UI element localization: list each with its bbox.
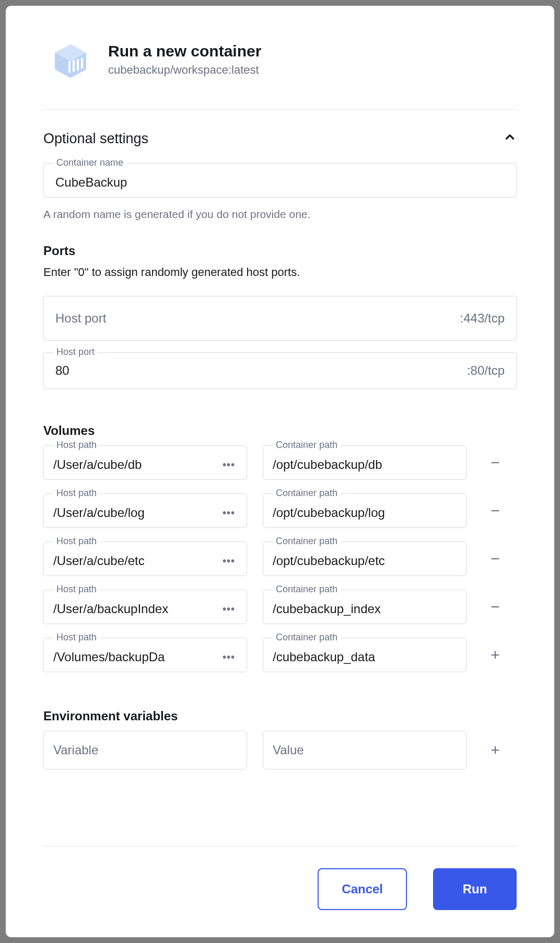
port-row: Host port :80/tcp [43,352,517,389]
svg-rect-2 [68,61,71,73]
remove-volume-button[interactable]: − [482,599,508,615]
container-path-input[interactable] [273,457,457,472]
volume-row: Host path ••• Container path + [43,638,517,672]
run-container-dialog: Run a new container cubebackup/workspace… [6,6,554,937]
container-path-field[interactable]: Container path [263,590,466,624]
host-path-input[interactable] [53,602,216,616]
container-path-field[interactable]: Container path [263,445,466,480]
container-path-label: Container path [273,440,341,451]
remove-volume-button[interactable]: − [482,455,508,470]
container-path-field[interactable]: Container path [263,542,466,576]
svg-rect-5 [81,58,83,68]
svg-rect-4 [77,59,79,71]
container-path-input[interactable] [273,650,457,664]
host-path-label: Host path [53,488,100,499]
container-path-label: Container path [273,488,341,499]
host-path-field[interactable]: Host path ••• [43,590,247,624]
host-path-label: Host path [53,536,100,547]
env-value-input[interactable] [273,743,457,757]
ports-title: Ports [43,244,517,258]
optional-settings-header[interactable]: Optional settings [43,130,517,147]
env-vars-title: Environment variables [43,709,517,723]
container-name-field[interactable]: Container name [43,163,517,198]
volume-row: Host path ••• Container path − [43,590,517,624]
host-path-field[interactable]: Host path ••• [43,638,247,672]
port-suffix: :443/tcp [460,311,505,326]
container-path-input[interactable] [273,505,457,520]
container-path-label: Container path [273,632,341,643]
cancel-button[interactable]: Cancel [318,868,407,910]
add-env-button[interactable]: + [482,742,508,758]
env-row: + [43,731,517,769]
host-path-label: Host path [53,584,100,595]
dialog-title: Run a new container [108,42,261,60]
host-path-input[interactable] [53,554,216,568]
add-volume-button[interactable]: + [482,647,508,663]
container-name-help: A random name is generated if you do not… [43,208,517,221]
dialog-header: Run a new container cubebackup/workspace… [43,42,517,110]
container-path-label: Container path [273,584,341,595]
env-variable-input[interactable] [53,743,237,757]
port-suffix: :80/tcp [467,363,505,378]
ports-help: Enter "0" to assign randomly generated h… [43,266,517,279]
host-port-label: Host port [53,347,98,358]
image-name: cubebackup/workspace:latest [108,63,261,77]
container-name-label: Container name [53,157,126,168]
host-port-field[interactable]: :443/tcp [43,296,517,341]
volumes-title: Volumes [43,423,517,438]
env-value-field[interactable] [263,731,466,769]
browse-icon[interactable]: ••• [220,651,237,663]
volume-row: Host path ••• Container path − [43,445,517,480]
host-path-input[interactable] [53,505,216,520]
browse-icon[interactable]: ••• [220,603,237,615]
run-button[interactable]: Run [433,868,517,910]
volume-row: Host path ••• Container path − [43,493,517,528]
volume-row: Host path ••• Container path − [43,542,517,576]
host-port-field[interactable]: Host port :80/tcp [43,352,517,389]
env-variable-field[interactable] [43,731,247,769]
host-path-field[interactable]: Host path ••• [43,493,247,528]
container-path-field[interactable]: Container path [263,493,466,528]
host-port-input[interactable] [55,363,467,378]
container-path-field[interactable]: Container path [263,638,466,672]
optional-settings-title: Optional settings [43,131,148,147]
chevron-up-icon[interactable] [503,130,517,147]
host-path-input[interactable] [53,650,216,664]
remove-volume-button[interactable]: − [482,551,508,567]
browse-icon[interactable]: ••• [220,555,237,567]
container-path-input[interactable] [273,554,457,568]
container-icon [52,42,89,80]
host-port-input[interactable] [55,311,460,326]
host-path-input[interactable] [53,457,216,472]
container-name-input[interactable] [55,175,505,190]
dialog-footer: Cancel Run [43,846,517,910]
remove-volume-button[interactable]: − [482,503,508,519]
container-path-input[interactable] [273,602,457,616]
browse-icon[interactable]: ••• [220,507,237,519]
header-text: Run a new container cubebackup/workspace… [108,42,261,77]
container-path-label: Container path [273,536,341,547]
port-row: :443/tcp [43,296,517,341]
host-path-label: Host path [53,632,100,643]
host-path-label: Host path [53,440,100,451]
svg-rect-3 [73,60,75,72]
browse-icon[interactable]: ••• [220,459,237,471]
host-path-field[interactable]: Host path ••• [43,445,247,480]
host-path-field[interactable]: Host path ••• [43,542,247,576]
